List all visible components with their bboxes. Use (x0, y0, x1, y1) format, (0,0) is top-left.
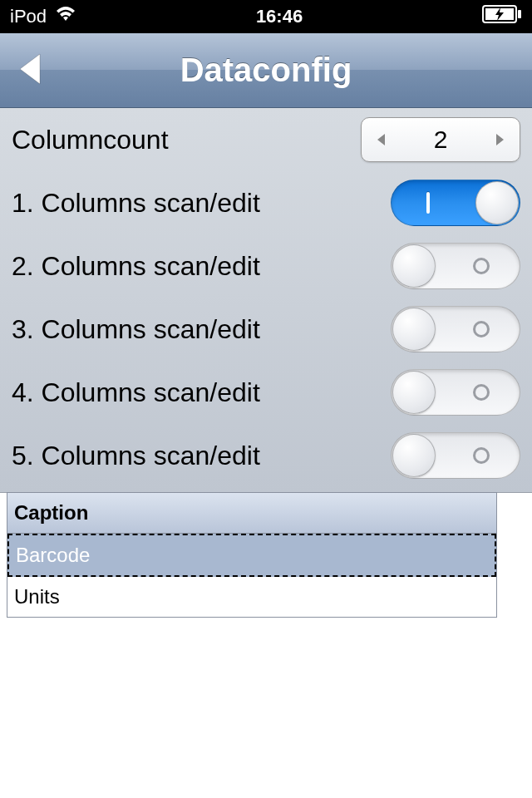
column-toggle-4[interactable] (391, 369, 520, 416)
toggle-off-indicator-icon (473, 384, 490, 401)
column-toggle-5[interactable] (391, 432, 520, 479)
caption-table-wrap: Caption Barcode Units (0, 492, 532, 618)
toggle-knob (392, 308, 436, 351)
column-row-1: 1. Columns scan/edit (0, 171, 532, 234)
device-label: iPod (10, 6, 47, 27)
column-row-4: 4. Columns scan/edit (0, 361, 532, 424)
settings-panel: Columncount 2 1. Columns scan/edit 2. Co… (0, 108, 532, 493)
column-label-3: 3. Columns scan/edit (12, 314, 391, 345)
toggle-knob (392, 434, 436, 477)
wifi-icon (55, 6, 76, 27)
column-row-2: 2. Columns scan/edit (0, 234, 532, 298)
table-header-caption: Caption (7, 493, 496, 534)
toggle-knob (475, 181, 519, 224)
page-title: Dataconfig (0, 52, 532, 89)
toggle-off-indicator-icon (473, 447, 490, 464)
columncount-label: Columncount (12, 125, 361, 155)
nav-bar: Dataconfig (0, 33, 532, 108)
column-label-1: 1. Columns scan/edit (12, 188, 391, 219)
back-button[interactable] (15, 51, 43, 91)
table-row[interactable]: Units (7, 577, 496, 617)
column-label-5: 5. Columns scan/edit (12, 441, 391, 471)
toggle-off-indicator-icon (473, 321, 490, 337)
column-row-5: 5. Columns scan/edit (0, 424, 532, 487)
stepper-increment[interactable] (481, 118, 520, 161)
toggle-on-indicator-icon (426, 192, 430, 214)
columncount-row: Columncount 2 (0, 108, 532, 171)
stepper-value: 2 (400, 126, 481, 154)
column-toggle-3[interactable] (391, 306, 520, 352)
columncount-stepper[interactable]: 2 (361, 117, 520, 162)
column-label-4: 4. Columns scan/edit (12, 377, 391, 408)
toggle-off-indicator-icon (473, 258, 490, 274)
column-label-2: 2. Columns scan/edit (12, 251, 391, 282)
column-toggle-1[interactable] (391, 180, 520, 226)
table-row[interactable]: Barcode (7, 534, 496, 577)
status-left: iPod (10, 6, 76, 27)
caption-table: Caption Barcode Units (7, 492, 497, 618)
status-right (482, 5, 522, 28)
status-bar: iPod 16:46 (0, 0, 532, 33)
clock: 16:46 (76, 6, 482, 27)
toggle-knob (392, 244, 436, 288)
stepper-decrement[interactable] (362, 118, 400, 161)
column-toggle-2[interactable] (391, 243, 520, 289)
toggle-knob (392, 371, 436, 414)
svg-rect-1 (518, 10, 521, 18)
column-row-3: 3. Columns scan/edit (0, 298, 532, 361)
battery-charging-icon (482, 5, 522, 28)
